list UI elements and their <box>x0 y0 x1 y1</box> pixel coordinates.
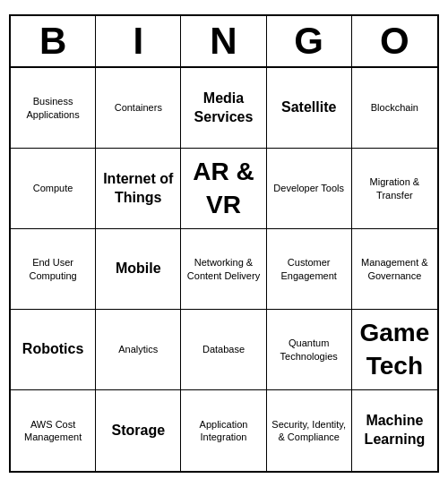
bingo-cell-10: End User Computing <box>11 229 96 310</box>
bingo-cell-13: Customer Engagement <box>267 229 352 310</box>
bingo-cell-23: Security, Identity, & Compliance <box>267 390 352 471</box>
bingo-cell-14: Management & Governance <box>352 229 437 310</box>
bingo-cell-22: Application Integration <box>181 390 266 471</box>
bingo-card: BINGO Business ApplicationsContainersMed… <box>9 14 439 473</box>
bingo-cell-5: Compute <box>11 149 96 229</box>
bingo-cell-11: Mobile <box>96 229 181 310</box>
bingo-cell-3: Satellite <box>267 68 352 149</box>
bingo-letter-i: I <box>96 16 181 66</box>
bingo-cell-7: AR & VR <box>181 149 266 229</box>
bingo-header: BINGO <box>11 16 437 68</box>
bingo-letter-o: O <box>352 16 437 66</box>
bingo-cell-9: Migration & Transfer <box>352 149 437 229</box>
bingo-letter-b: B <box>11 16 96 66</box>
bingo-cell-12: Networking & Content Delivery <box>181 229 266 310</box>
bingo-cell-19: Game Tech <box>352 310 437 390</box>
bingo-letter-g: G <box>267 16 352 66</box>
bingo-cell-2: Media Services <box>181 68 266 149</box>
bingo-cell-1: Containers <box>96 68 181 149</box>
bingo-cell-8: Developer Tools <box>267 149 352 229</box>
bingo-cell-6: Internet of Things <box>96 149 181 229</box>
bingo-cell-20: AWS Cost Management <box>11 390 96 471</box>
bingo-cell-15: Robotics <box>11 310 96 390</box>
bingo-cell-21: Storage <box>96 390 181 471</box>
bingo-cell-17: Database <box>181 310 266 390</box>
bingo-cell-24: Machine Learning <box>352 390 437 471</box>
bingo-cell-16: Analytics <box>96 310 181 390</box>
bingo-letter-n: N <box>181 16 266 66</box>
bingo-cell-0: Business Applications <box>11 68 96 149</box>
bingo-cell-18: Quantum Technologies <box>267 310 352 390</box>
bingo-cell-4: Blockchain <box>352 68 437 149</box>
bingo-grid: Business ApplicationsContainersMedia Ser… <box>11 68 437 471</box>
